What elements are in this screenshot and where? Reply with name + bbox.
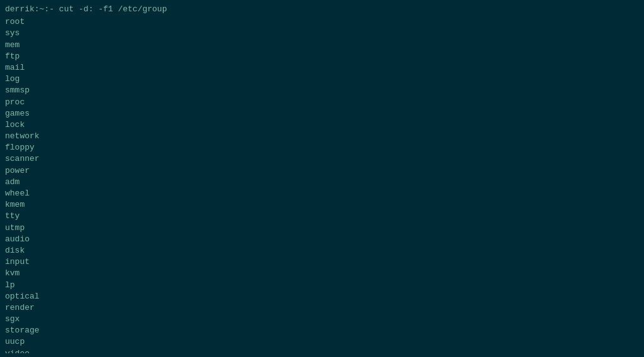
output-line: root bbox=[5, 16, 639, 28]
output-line: sgx bbox=[5, 314, 639, 325]
output-line: disk bbox=[5, 245, 639, 256]
output-line: audio bbox=[5, 234, 639, 245]
output-line: input bbox=[5, 256, 639, 268]
output-line: tty bbox=[5, 211, 639, 222]
output-line: scanner bbox=[5, 153, 639, 165]
output-line: lp bbox=[5, 280, 639, 291]
command-prompt-line: derrik:~:- cut -d: -f1 /etc/group bbox=[5, 4, 639, 15]
terminal-output: rootsysmemftpmaillogsmmspprocgameslockne… bbox=[5, 16, 639, 353]
output-line: power bbox=[5, 165, 639, 177]
output-line: games bbox=[5, 108, 639, 119]
output-line: network bbox=[5, 131, 639, 142]
output-line: kmem bbox=[5, 199, 639, 211]
output-line: floppy bbox=[5, 142, 639, 153]
prompt: derrik:~ bbox=[5, 4, 44, 14]
output-line: storage bbox=[5, 325, 639, 336]
output-line: ftp bbox=[5, 51, 639, 62]
output-line: log bbox=[5, 74, 639, 85]
output-line: adm bbox=[5, 177, 639, 188]
output-line: render bbox=[5, 302, 639, 314]
output-line: mail bbox=[5, 62, 639, 74]
output-line: lock bbox=[5, 119, 639, 131]
prompt-separator: :- bbox=[44, 4, 58, 14]
output-line: proc bbox=[5, 97, 639, 108]
output-line: optical bbox=[5, 291, 639, 302]
command-text: cut -d: -f1 /etc/group bbox=[59, 4, 167, 14]
terminal-window[interactable]: derrik:~:- cut -d: -f1 /etc/group rootsy… bbox=[5, 4, 639, 353]
output-line: video bbox=[5, 348, 639, 353]
output-line: kvm bbox=[5, 268, 639, 279]
output-line: utmp bbox=[5, 222, 639, 234]
output-line: wheel bbox=[5, 188, 639, 199]
output-line: mem bbox=[5, 40, 639, 51]
output-line: sys bbox=[5, 28, 639, 39]
output-line: uucp bbox=[5, 336, 639, 348]
output-line: smmsp bbox=[5, 85, 639, 96]
